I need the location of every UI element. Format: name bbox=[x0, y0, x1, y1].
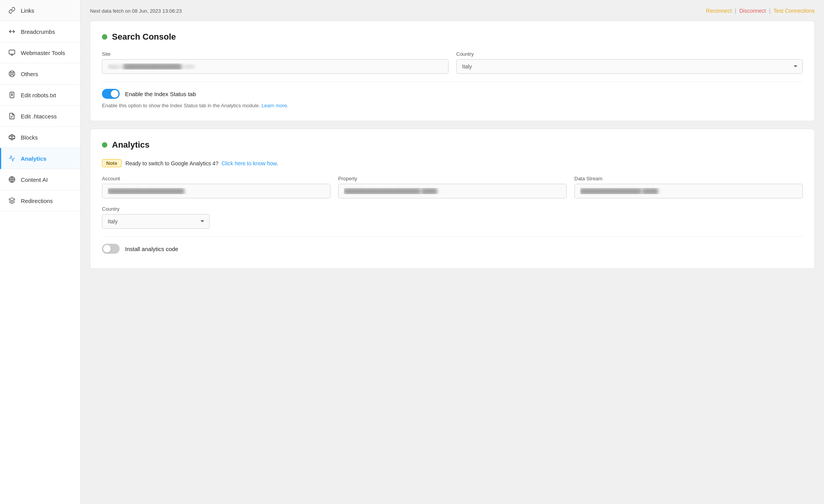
svg-point-9 bbox=[11, 73, 13, 75]
breadcrumbs-icon bbox=[8, 27, 16, 36]
blocks-icon bbox=[8, 133, 16, 141]
search-console-card: Search Console Site Country Italy Enable… bbox=[90, 21, 815, 121]
sidebar-item-redirections[interactable]: Redirections bbox=[0, 190, 80, 211]
next-fetch-text: Next data fetch on 08 Jun, 2023 13:06:23 bbox=[90, 8, 182, 14]
account-select[interactable]: ████████████████████ bbox=[102, 184, 330, 198]
sidebar-item-blocks[interactable]: Blocks bbox=[0, 127, 80, 148]
site-label: Site bbox=[102, 51, 449, 57]
top-bar: Next data fetch on 08 Jun, 2023 13:06:23… bbox=[90, 8, 815, 14]
country-label-sc: Country bbox=[456, 51, 803, 57]
learn-more-link[interactable]: Learn more. bbox=[262, 103, 289, 108]
analytics-icon bbox=[8, 154, 16, 163]
sidebar-item-edit-htaccess[interactable]: Edit .htaccess bbox=[0, 106, 80, 127]
sidebar-item-redirections-label: Redirections bbox=[21, 198, 53, 204]
sidebar-item-content-ai-label: Content AI bbox=[21, 176, 48, 183]
others-icon bbox=[8, 70, 16, 78]
search-console-title: Search Console bbox=[102, 32, 803, 42]
sidebar-item-edit-robots[interactable]: Edit robots.txt bbox=[0, 85, 80, 106]
edit-robots-icon bbox=[8, 91, 16, 99]
sidebar-item-others[interactable]: Others bbox=[0, 63, 80, 85]
redirections-icon bbox=[8, 196, 16, 205]
svg-line-11 bbox=[13, 75, 14, 76]
analytics-form-row-2: Country Italy bbox=[102, 206, 210, 229]
toggle-knob bbox=[111, 90, 118, 98]
sidebar-item-links-label: Links bbox=[21, 7, 34, 14]
data-stream-input[interactable] bbox=[574, 184, 803, 198]
sidebar-item-others-label: Others bbox=[21, 71, 38, 77]
sidebar: Links Breadcrumbs Webmaster Tools bbox=[0, 0, 81, 504]
note-banner: Note Ready to switch to Google Analytics… bbox=[102, 159, 803, 167]
svg-line-13 bbox=[10, 75, 11, 76]
install-analytics-toggle[interactable] bbox=[102, 244, 120, 254]
divider-sc bbox=[102, 82, 803, 82]
sidebar-item-content-ai[interactable]: Content AI bbox=[0, 169, 80, 190]
reconnect-button[interactable]: Reconnect bbox=[706, 8, 732, 14]
main-content: Next data fetch on 08 Jun, 2023 13:06:23… bbox=[81, 0, 824, 504]
svg-line-12 bbox=[13, 72, 14, 73]
account-label: Account bbox=[102, 176, 330, 181]
edit-htaccess-icon bbox=[8, 112, 16, 120]
separator-2: | bbox=[769, 8, 771, 14]
links-icon bbox=[8, 6, 16, 15]
sidebar-item-webmaster-tools-label: Webmaster Tools bbox=[21, 50, 65, 56]
ga4-link[interactable]: Click here to know how bbox=[222, 160, 277, 166]
site-input[interactable] bbox=[102, 59, 449, 74]
webmaster-tools-icon bbox=[8, 48, 16, 57]
property-input[interactable] bbox=[338, 184, 567, 198]
toggle-row-index-status: Enable the Index Status tab bbox=[102, 89, 803, 99]
sidebar-item-blocks-label: Blocks bbox=[21, 134, 38, 141]
property-label: Property bbox=[338, 176, 567, 181]
sidebar-item-analytics-label: Analytics bbox=[21, 155, 47, 162]
analytics-status-dot bbox=[102, 142, 107, 148]
analytics-card: Analytics Note Ready to switch to Google… bbox=[90, 129, 815, 269]
svg-rect-14 bbox=[10, 92, 14, 98]
property-form-group: Property bbox=[338, 176, 567, 198]
svg-point-24 bbox=[12, 179, 13, 180]
svg-point-23 bbox=[10, 178, 14, 181]
divider-analytics bbox=[102, 236, 803, 237]
sidebar-item-analytics[interactable]: Analytics bbox=[0, 148, 80, 169]
separator-1: | bbox=[735, 8, 736, 14]
data-stream-form-group: Data Stream bbox=[574, 176, 803, 198]
test-connections-button[interactable]: Test Connections bbox=[774, 8, 815, 14]
toggle-row-install-analytics: Install analytics code bbox=[102, 244, 803, 254]
content-ai-icon bbox=[8, 175, 16, 184]
country-form-group-sc: Country Italy bbox=[456, 51, 803, 74]
country-select-sc[interactable]: Italy bbox=[456, 59, 803, 74]
search-console-status-dot bbox=[102, 34, 107, 40]
index-status-toggle-desc: Enable this option to show the Index Sta… bbox=[102, 103, 803, 108]
svg-rect-5 bbox=[9, 50, 15, 54]
note-text: Ready to switch to Google Analytics 4? C… bbox=[125, 160, 278, 166]
sidebar-item-links[interactable]: Links bbox=[0, 0, 80, 21]
svg-line-10 bbox=[10, 72, 11, 73]
svg-point-16 bbox=[12, 95, 13, 96]
sidebar-item-webmaster-tools[interactable]: Webmaster Tools bbox=[0, 42, 80, 63]
site-form-group: Site bbox=[102, 51, 449, 74]
install-analytics-toggle-label: Install analytics code bbox=[125, 246, 178, 252]
top-bar-actions: Reconnect | Disconnect | Test Connection… bbox=[706, 8, 815, 14]
note-badge: Note bbox=[102, 159, 122, 167]
search-console-form-row: Site Country Italy bbox=[102, 51, 803, 74]
sidebar-item-edit-robots-label: Edit robots.txt bbox=[21, 92, 56, 98]
analytics-country-label: Country bbox=[102, 206, 210, 212]
install-analytics-toggle-knob bbox=[103, 245, 111, 253]
analytics-card-title: Analytics bbox=[102, 140, 803, 150]
sidebar-item-breadcrumbs-label: Breadcrumbs bbox=[21, 28, 55, 35]
index-status-toggle[interactable] bbox=[102, 89, 120, 99]
analytics-country-form-group: Country Italy bbox=[102, 206, 210, 229]
analytics-country-select[interactable]: Italy bbox=[102, 214, 210, 229]
sidebar-item-breadcrumbs[interactable]: Breadcrumbs bbox=[0, 21, 80, 42]
index-status-toggle-label: Enable the Index Status tab bbox=[125, 91, 196, 97]
analytics-form-row-1: Account ████████████████████ Property Da… bbox=[102, 176, 803, 198]
data-stream-label: Data Stream bbox=[574, 176, 803, 181]
sidebar-item-edit-htaccess-label: Edit .htaccess bbox=[21, 113, 57, 120]
account-form-group: Account ████████████████████ bbox=[102, 176, 330, 198]
disconnect-button[interactable]: Disconnect bbox=[739, 8, 766, 14]
